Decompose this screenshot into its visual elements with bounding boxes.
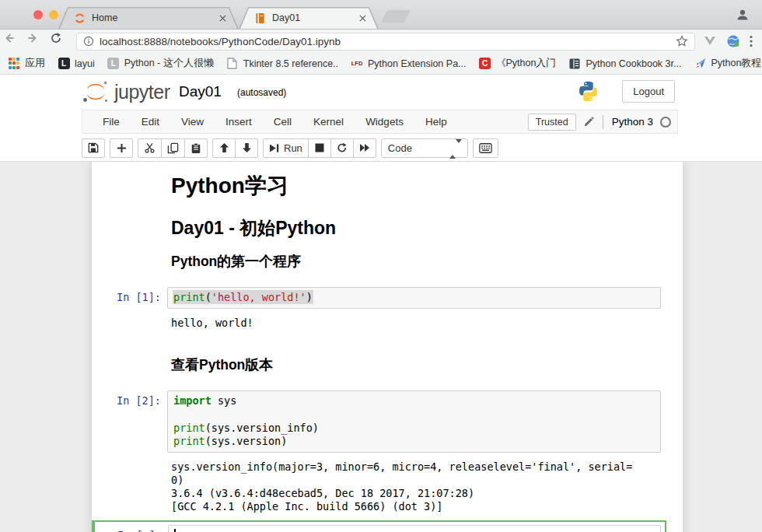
notebook-title[interactable]: Day01 xyxy=(179,83,222,100)
menu-help[interactable]: Help xyxy=(414,116,458,128)
edit-title-pencil-icon[interactable] xyxy=(583,117,594,128)
address-bar: localhost:8888/notebooks/PythonCode/Day0… xyxy=(0,30,762,53)
notebook-container: Python学习 Day01 - 初始Python Python的第一个程序 I… xyxy=(92,162,683,532)
page-info-icon[interactable] xyxy=(83,36,94,47)
rocket-favicon xyxy=(694,58,706,70)
menu-cell[interactable]: Cell xyxy=(263,116,302,128)
tab-close-icon[interactable] xyxy=(219,15,226,22)
bookmark-layui[interactable]: L layui xyxy=(58,58,95,70)
menu-view[interactable]: View xyxy=(170,116,215,128)
menu-file[interactable]: File xyxy=(92,116,131,128)
extension-globe-icon[interactable] xyxy=(726,34,740,48)
markdown-heading-3a[interactable]: Python的第一个程序 xyxy=(171,254,662,269)
bookmark-tkinter[interactable]: Tkinter 8.5 reference.. xyxy=(226,58,338,70)
notebook-area: Python学习 Day01 - 初始Python Python的第一个程序 I… xyxy=(0,162,762,532)
code-input-area[interactable]: import sys print(sys.version_info) print… xyxy=(167,390,661,453)
bookmarks-bar: 应用 L layui L Python - 这个人很懒 Tkinter 8.5 … xyxy=(0,53,762,75)
move-cell-down-button[interactable] xyxy=(235,138,258,158)
window-minimize-button[interactable] xyxy=(49,10,58,19)
bookmark-python-cookbook[interactable]: Python Cookbook 3r... xyxy=(568,58,681,70)
text-cursor xyxy=(174,529,176,532)
divider xyxy=(603,115,603,129)
save-button[interactable] xyxy=(82,138,105,158)
cell-type-select[interactable]: Code xyxy=(381,138,468,158)
bookmark-python-intro[interactable]: C 《Python入门 xyxy=(479,57,557,70)
menu-kernel[interactable]: Kernel xyxy=(302,116,355,128)
book-cover-favicon xyxy=(568,58,581,70)
run-cell-button[interactable]: Run xyxy=(263,138,309,158)
code-input-area[interactable]: print('hello, world!') xyxy=(167,287,661,309)
markdown-heading-1[interactable]: Python学习 xyxy=(171,174,662,198)
move-cell-up-button[interactable] xyxy=(212,138,236,158)
letter-favicon: L xyxy=(107,58,120,70)
interrupt-kernel-button[interactable] xyxy=(308,138,331,158)
cell-type-value: Code xyxy=(388,142,412,154)
python-logo-icon xyxy=(578,81,599,102)
jupyter-favicon xyxy=(74,12,86,24)
jupyter-toolbar: Run Code xyxy=(82,134,498,162)
output-line: sys.version_info(major=3, minor=6, micro… xyxy=(166,460,662,474)
tab-title: Day01 xyxy=(272,12,353,23)
markdown-heading-3b[interactable]: 查看Python版本 xyxy=(171,357,662,373)
output-line: [GCC 4.2.1 (Apple Inc. build 5666) (dot … xyxy=(166,500,662,513)
new-tab-button[interactable] xyxy=(381,10,411,23)
tab-day01[interactable]: Day01 xyxy=(239,7,379,29)
browser-menu-icon[interactable] xyxy=(750,35,753,47)
paste-cell-button[interactable] xyxy=(184,138,208,158)
apps-grid-icon xyxy=(8,58,20,70)
url-field[interactable]: localhost:8888/notebooks/PythonCode/Day0… xyxy=(76,33,695,51)
extension-idm-icon[interactable] xyxy=(703,35,717,47)
code-cell-2[interactable]: In [2]: import sys print(sys.version_inf… xyxy=(93,386,666,457)
kernel-idle-indicator xyxy=(660,117,671,128)
layui-favicon: L xyxy=(58,58,70,70)
trusted-button[interactable]: Trusted xyxy=(528,114,576,131)
output-area-2: sys.version_info(major=3, minor=6, micro… xyxy=(93,457,666,515)
page-favicon xyxy=(226,58,239,70)
output-prompt xyxy=(93,460,166,513)
back-icon[interactable] xyxy=(3,32,23,51)
menu-edit[interactable]: Edit xyxy=(131,116,170,128)
restart-kernel-button[interactable] xyxy=(330,138,354,158)
input-prompt: In [2]: xyxy=(94,390,167,453)
output-area-1: hello, world! xyxy=(93,313,666,331)
bookmark-apps[interactable]: 应用 xyxy=(8,57,45,70)
bookmark-python-tutorial[interactable]: Python教程 xyxy=(694,57,761,70)
logout-button[interactable]: Logout xyxy=(622,80,675,103)
jupyter-menubar: File Edit View Insert Cell Kernel Widget… xyxy=(82,110,678,134)
reload-icon[interactable] xyxy=(50,32,70,51)
copy-cell-button[interactable] xyxy=(161,138,185,158)
window-close-button[interactable] xyxy=(33,10,43,19)
bookmark-python-extension[interactable]: LFD Python Extension Pa... xyxy=(351,58,466,70)
run-button-label: Run xyxy=(284,142,302,154)
code-cell-3-selected[interactable]: In [ ]: xyxy=(92,520,666,532)
profile-icon[interactable] xyxy=(736,8,750,22)
select-carets-icon xyxy=(449,143,462,155)
menu-widgets[interactable]: Widgets xyxy=(355,116,414,128)
lfd-favicon: LFD xyxy=(351,58,363,70)
command-palette-button[interactable] xyxy=(473,138,498,158)
notebook-book-favicon xyxy=(254,12,266,24)
kernel-name: Python 3 xyxy=(612,116,653,128)
output-line: 0) xyxy=(166,474,662,487)
bookmark-python-lazy[interactable]: L Python - 这个人很懒 xyxy=(107,57,214,70)
tab-home[interactable]: Home xyxy=(58,7,239,29)
input-prompt: In [1]: xyxy=(94,287,167,309)
browser-titlebar: Home Day01 xyxy=(0,0,762,30)
forward-icon[interactable] xyxy=(26,32,47,51)
add-cell-button[interactable] xyxy=(110,138,133,158)
cut-cell-button[interactable] xyxy=(138,138,162,158)
jupyter-logo[interactable]: jupyter xyxy=(82,79,170,104)
tab-close-icon[interactable] xyxy=(359,15,366,22)
checkpoint-status: (autosaved) xyxy=(237,87,286,98)
bookmark-star-icon[interactable] xyxy=(676,35,688,47)
output-text: hello, world! xyxy=(166,317,662,330)
markdown-heading-2[interactable]: Day01 - 初始Python xyxy=(171,218,662,238)
tab-title: Home xyxy=(92,12,213,23)
restart-run-all-button[interactable] xyxy=(353,138,376,158)
c-favicon: C xyxy=(479,58,491,70)
url-text: localhost:8888/notebooks/PythonCode/Day0… xyxy=(100,36,676,47)
code-cell-1[interactable]: In [1]: print('hello, world!') xyxy=(93,282,666,313)
menu-insert[interactable]: Insert xyxy=(215,116,263,128)
code-input-area-focused[interactable] xyxy=(168,525,661,532)
jupyter-logo-text: jupyter xyxy=(114,81,170,103)
